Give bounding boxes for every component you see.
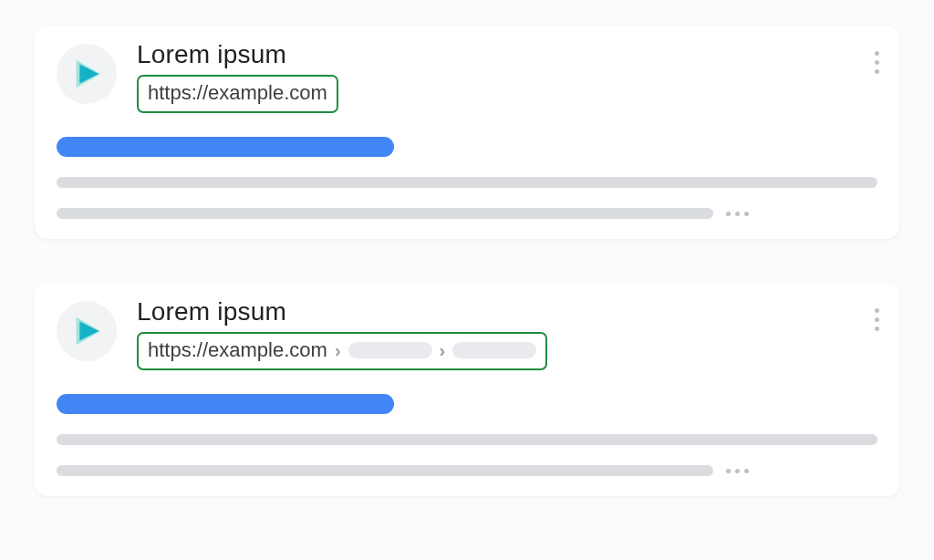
result-title-placeholder[interactable] [57,394,394,414]
snippet-line [57,434,877,445]
breadcrumb-segment[interactable] [452,342,536,358]
snippet-line [57,465,713,476]
site-url[interactable]: https://example.com [148,338,327,362]
search-result-card: Lorem ipsum https://example.com › › [35,283,899,496]
chevron-right-icon: › [335,340,341,361]
result-header: Lorem ipsum https://example.com › › [57,297,877,370]
favicon [57,44,117,104]
svg-marker-3 [79,322,99,341]
search-result-card: Lorem ipsum https://example.com [35,26,899,239]
play-icon [69,57,104,91]
chevron-right-icon: › [440,340,446,361]
snippet-line [57,208,713,219]
breadcrumb-highlight-box: https://example.com › › [137,332,547,370]
site-title: Lorem ipsum [137,40,338,69]
site-url[interactable]: https://example.com [148,81,327,105]
svg-marker-1 [79,65,99,84]
site-title: Lorem ipsum [137,297,547,327]
more-menu-icon[interactable] [871,305,883,335]
result-body [57,137,877,219]
result-header: Lorem ipsum https://example.com [57,40,877,113]
more-menu-icon[interactable] [871,47,883,78]
ellipsis-icon [726,212,749,216]
ellipsis-icon [726,469,749,473]
result-title-placeholder[interactable] [57,137,394,157]
snippet-line [57,177,877,188]
url-highlight-box: https://example.com [137,75,338,113]
breadcrumb-segment[interactable] [348,342,432,358]
favicon [57,301,117,361]
result-body [57,394,877,476]
play-icon [69,314,104,348]
